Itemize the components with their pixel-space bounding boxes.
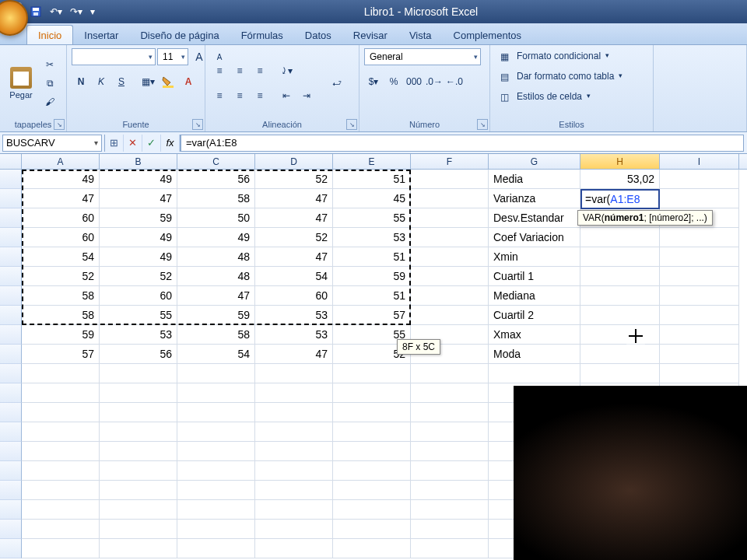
- cell[interactable]: [333, 422, 411, 442]
- fill-color-icon[interactable]: [159, 73, 177, 90]
- cut-icon[interactable]: ✂: [40, 56, 59, 73]
- row-header[interactable]: [0, 364, 22, 383]
- cell[interactable]: 56: [100, 345, 177, 364]
- cell[interactable]: [255, 383, 333, 403]
- cell[interactable]: [660, 325, 739, 345]
- cell[interactable]: 49: [22, 170, 100, 189]
- cell[interactable]: [100, 481, 177, 500]
- cell[interactable]: [333, 520, 411, 539]
- cell[interactable]: [411, 208, 489, 228]
- cell[interactable]: [100, 422, 177, 442]
- active-cell-editor[interactable]: =var(A1:E8: [580, 189, 660, 209]
- cell[interactable]: 47: [177, 286, 255, 306]
- cell[interactable]: [177, 422, 255, 442]
- cell[interactable]: [660, 228, 739, 247]
- cell[interactable]: [411, 228, 489, 247]
- cell[interactable]: [660, 267, 739, 286]
- cell[interactable]: [411, 364, 489, 383]
- align-right-icon[interactable]: ≡: [251, 87, 269, 104]
- cell[interactable]: [177, 364, 255, 383]
- enter-icon[interactable]: ✓: [142, 135, 161, 152]
- cell[interactable]: 60: [255, 286, 333, 306]
- col-header-H[interactable]: H: [580, 154, 660, 169]
- font-name-combo[interactable]: [72, 48, 156, 65]
- col-header-B[interactable]: B: [100, 154, 177, 169]
- cell[interactable]: 53,02: [580, 170, 660, 189]
- cell[interactable]: 54: [22, 247, 100, 267]
- cell[interactable]: [100, 442, 177, 461]
- row-header[interactable]: [0, 422, 22, 442]
- cell[interactable]: 58: [22, 286, 100, 306]
- save-icon[interactable]: [26, 3, 45, 20]
- cell[interactable]: [411, 461, 489, 481]
- undo-icon[interactable]: ↶▾: [47, 3, 65, 20]
- cell[interactable]: 59: [177, 306, 255, 325]
- cell[interactable]: [411, 306, 489, 325]
- cell[interactable]: 49: [100, 170, 177, 189]
- tab-vista[interactable]: Vista: [398, 26, 443, 44]
- percent-icon[interactable]: %: [384, 73, 403, 90]
- italic-icon[interactable]: K: [92, 73, 110, 90]
- align-middle-icon[interactable]: ≡: [230, 62, 249, 79]
- copy-icon[interactable]: ⧉: [40, 75, 59, 92]
- cell[interactable]: [580, 286, 660, 306]
- cell[interactable]: 47: [255, 189, 333, 208]
- cell[interactable]: [100, 520, 177, 539]
- cell[interactable]: [255, 442, 333, 461]
- font-dialog-launcher[interactable]: ↘: [192, 119, 203, 130]
- col-header-E[interactable]: E: [333, 154, 411, 169]
- cell[interactable]: [22, 442, 100, 461]
- fx-icon[interactable]: fx: [161, 135, 180, 152]
- wrap-text-icon[interactable]: ⮐: [325, 65, 349, 102]
- cell[interactable]: [660, 170, 739, 189]
- font-color-icon[interactable]: A: [179, 73, 198, 90]
- cell[interactable]: [411, 247, 489, 267]
- cell[interactable]: [22, 364, 100, 383]
- cell[interactable]: [333, 403, 411, 422]
- align-center-icon[interactable]: ≡: [230, 87, 249, 104]
- cell[interactable]: [177, 383, 255, 403]
- bold-icon[interactable]: N: [72, 73, 90, 90]
- cell[interactable]: [22, 481, 100, 500]
- range-selector-icon[interactable]: ⊞: [105, 135, 124, 152]
- cell[interactable]: [411, 442, 489, 461]
- cell[interactable]: 51: [333, 170, 411, 189]
- cell[interactable]: [255, 461, 333, 481]
- cell[interactable]: [411, 170, 489, 189]
- borders-icon[interactable]: ▦▾: [139, 73, 157, 90]
- cell[interactable]: 57: [22, 345, 100, 364]
- tab-datos[interactable]: Datos: [294, 26, 342, 44]
- cell[interactable]: [22, 500, 100, 520]
- redo-icon[interactable]: ↷▾: [67, 3, 86, 20]
- number-format-combo[interactable]: General: [364, 48, 481, 65]
- cell[interactable]: 47: [22, 189, 100, 208]
- cell[interactable]: 49: [100, 247, 177, 267]
- font-size-combo[interactable]: 11: [157, 48, 188, 65]
- row-header[interactable]: [0, 461, 22, 481]
- row-header[interactable]: [0, 500, 22, 520]
- cell[interactable]: [22, 422, 100, 442]
- cell[interactable]: [255, 539, 333, 558]
- conditional-formatting-button[interactable]: ▦Formato condicional▾: [495, 48, 611, 65]
- cell[interactable]: Xmin: [489, 247, 580, 267]
- cell[interactable]: Desv.Estandar: [489, 208, 580, 228]
- cell[interactable]: [22, 539, 100, 558]
- cell[interactable]: [580, 228, 660, 247]
- cell[interactable]: 58: [177, 325, 255, 345]
- row-header[interactable]: [0, 383, 22, 403]
- cell[interactable]: 52: [255, 228, 333, 247]
- formula-input[interactable]: =var(A1:E8: [181, 135, 744, 152]
- cell[interactable]: [177, 481, 255, 500]
- tab-inicio[interactable]: Inicio: [26, 25, 73, 44]
- cell[interactable]: [100, 364, 177, 383]
- cell[interactable]: [411, 286, 489, 306]
- cell[interactable]: 60: [22, 208, 100, 228]
- cell[interactable]: [177, 500, 255, 520]
- cell[interactable]: 48: [177, 267, 255, 286]
- cell[interactable]: [411, 539, 489, 558]
- cell[interactable]: 53: [255, 306, 333, 325]
- increase-indent-icon[interactable]: ⇥: [297, 87, 316, 104]
- tab-diseno[interactable]: Diseño de página: [129, 26, 230, 44]
- cell[interactable]: [333, 442, 411, 461]
- cell[interactable]: [660, 306, 739, 325]
